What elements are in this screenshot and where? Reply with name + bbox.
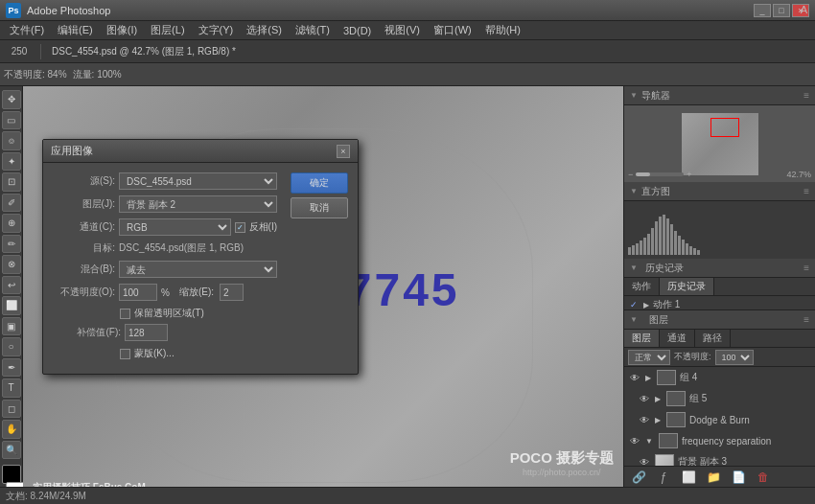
menu-image[interactable]: 图像(I) bbox=[101, 21, 143, 39]
menu-edit[interactable]: 编辑(E) bbox=[52, 21, 99, 39]
hand-tool[interactable]: ✋ bbox=[2, 420, 21, 439]
gradient-tool[interactable]: ▣ bbox=[2, 317, 21, 336]
visibility-icon[interactable]: 👁 bbox=[628, 371, 641, 384]
new-group-button[interactable]: 📁 bbox=[705, 469, 722, 486]
menu-layer[interactable]: 图层(L) bbox=[145, 21, 190, 39]
tab-channels[interactable]: 通道 bbox=[660, 330, 695, 347]
histogram-header[interactable]: ▼ 直方图 ≡ bbox=[624, 182, 815, 201]
visibility-icon[interactable]: 👁 bbox=[638, 392, 651, 405]
mask-checkbox[interactable] bbox=[120, 349, 130, 359]
shape-tool[interactable]: ◻ bbox=[2, 400, 21, 419]
canvas-area[interactable]: 977745 POCO 摄影专题 http://photo.poco.cn/ 实… bbox=[23, 86, 623, 504]
layer-dodge-burn[interactable]: 👁 ▶ Dodge & Burn bbox=[624, 409, 815, 430]
offset-input[interactable] bbox=[125, 324, 168, 341]
hist-bar bbox=[651, 228, 654, 255]
move-tool[interactable]: ✥ bbox=[2, 90, 21, 109]
flow-label: 流量: 100% bbox=[73, 68, 122, 81]
menu-3d[interactable]: 3D(D) bbox=[338, 23, 377, 38]
toolbar: 250 DSC_4554.psd @ 42.7% (图层 1, RGB/8) * bbox=[0, 40, 815, 63]
layer-name: 背景 副本 3 bbox=[678, 455, 811, 466]
tab-paths[interactable]: 路径 bbox=[695, 330, 731, 347]
eyedropper-tool[interactable]: ✐ bbox=[2, 194, 21, 213]
lasso-tool[interactable]: ⌾ bbox=[2, 131, 21, 150]
maximize-button[interactable]: □ bbox=[773, 4, 790, 17]
dodge-tool[interactable]: ○ bbox=[2, 337, 21, 356]
layer-bg-copy3[interactable]: 👁 背景 副本 3 bbox=[624, 451, 815, 466]
apply-image-dialog: 应用图像 × 源(S): DSC_4554.psd bbox=[42, 139, 359, 375]
layers-tabs-bar: 图层 通道 路径 bbox=[624, 330, 815, 348]
history-menu-icon[interactable]: ≡ bbox=[803, 263, 809, 273]
zoom-tool[interactable]: 🔍 bbox=[2, 441, 21, 460]
hist-menu-icon[interactable]: ≡ bbox=[803, 186, 809, 196]
history-brush-tool[interactable]: ↩ bbox=[2, 276, 21, 295]
opacity-unit: % bbox=[161, 287, 170, 298]
opacity-input[interactable] bbox=[119, 284, 157, 301]
dialog-title-bar[interactable]: 应用图像 × bbox=[43, 140, 358, 163]
add-style-button[interactable]: ƒ bbox=[655, 469, 672, 486]
offset-row: 补偿值(F): bbox=[53, 324, 277, 341]
invert-checkbox[interactable] bbox=[235, 222, 245, 233]
opacity-select[interactable]: 100% bbox=[715, 350, 754, 365]
spot-heal-tool[interactable]: ⊕ bbox=[2, 214, 21, 233]
histogram-title: 直方图 bbox=[641, 185, 670, 198]
menu-filter[interactable]: 滤镜(T) bbox=[290, 21, 336, 39]
magic-wand-tool[interactable]: ✦ bbox=[2, 152, 21, 172]
navigator-red-box[interactable] bbox=[710, 118, 739, 137]
marquee-tool[interactable]: ▭ bbox=[2, 111, 21, 130]
zoom-display: 250 bbox=[4, 44, 35, 58]
visibility-icon[interactable]: 👁 bbox=[628, 434, 641, 447]
ok-button[interactable]: 确定 bbox=[291, 172, 348, 194]
delete-layer-button[interactable]: 🗑 bbox=[755, 469, 772, 486]
layers-menu-icon[interactable]: ≡ bbox=[803, 314, 809, 325]
clone-stamp-tool[interactable]: ⊗ bbox=[2, 255, 21, 274]
tab-layers[interactable]: 图层 bbox=[624, 330, 660, 347]
nav-menu-icon[interactable]: ≡ bbox=[803, 90, 809, 101]
tab-actions[interactable]: 动作 bbox=[624, 278, 660, 295]
zoom-out-icon[interactable]: − bbox=[628, 170, 633, 179]
layers-header[interactable]: ▼ 图层 ≡ bbox=[624, 310, 815, 330]
hist-bar bbox=[697, 250, 700, 255]
menu-view[interactable]: 视图(V) bbox=[379, 21, 426, 39]
zoom-in-icon[interactable]: + bbox=[687, 170, 691, 179]
dialog-close-button[interactable]: × bbox=[337, 145, 350, 158]
mask-row: 蒙版(K)... bbox=[120, 347, 277, 360]
preserve-trans-checkbox[interactable] bbox=[120, 309, 130, 319]
layers-icons: ≡ bbox=[803, 314, 809, 325]
layer-freq-sep[interactable]: 👁 ▼ frequency separation bbox=[624, 430, 815, 451]
cancel-button[interactable]: 取消 bbox=[291, 197, 348, 218]
visibility-icon[interactable]: 👁 bbox=[638, 413, 651, 426]
menu-select[interactable]: 选择(S) bbox=[241, 21, 288, 39]
menu-help[interactable]: 帮助(H) bbox=[479, 21, 526, 39]
brush-tool[interactable]: ✏ bbox=[2, 235, 21, 254]
document-tab[interactable]: DSC_4554.psd @ 42.7% (图层 1, RGB/8) * bbox=[47, 43, 241, 60]
zoom-slider[interactable] bbox=[636, 172, 684, 176]
fg-color[interactable] bbox=[2, 465, 21, 484]
layer-group4[interactable]: 👁 ▶ 组 4 bbox=[624, 367, 815, 388]
opacity-label: 不透明度: bbox=[674, 351, 711, 363]
minimize-button[interactable]: _ bbox=[754, 4, 771, 17]
text-tool[interactable]: T bbox=[2, 378, 21, 398]
visibility-icon[interactable]: 👁 bbox=[638, 455, 651, 466]
pen-tool[interactable]: ✒ bbox=[2, 358, 21, 378]
navigator-header[interactable]: ▼ 导航器 ≡ bbox=[624, 86, 815, 105]
title-text: Adobe Photoshop bbox=[27, 5, 754, 16]
source-select[interactable]: DSC_4554.psd bbox=[119, 172, 277, 190]
blending-select[interactable]: 减去 bbox=[119, 261, 277, 278]
blend-mode-select[interactable]: 正常 bbox=[628, 350, 670, 365]
menu-window[interactable]: 窗口(W) bbox=[428, 21, 477, 39]
scale-input[interactable] bbox=[220, 284, 244, 301]
channel-select[interactable]: RGB bbox=[119, 218, 231, 236]
layer-group5[interactable]: 👁 ▶ 组 5 bbox=[624, 388, 815, 409]
layer-select[interactable]: 背景 副本 2 bbox=[119, 195, 277, 213]
eraser-tool[interactable]: ⬜ bbox=[2, 296, 21, 315]
new-layer-button[interactable]: 📄 bbox=[730, 469, 747, 486]
menu-file[interactable]: 文件(F) bbox=[4, 21, 50, 39]
link-layers-button[interactable]: 🔗 bbox=[630, 469, 647, 486]
tab-history[interactable]: 历史记录 bbox=[660, 278, 714, 295]
add-mask-button[interactable]: ⬜ bbox=[680, 469, 697, 486]
layer-thumbnail bbox=[657, 370, 676, 385]
menu-text[interactable]: 文字(Y) bbox=[193, 21, 240, 39]
hist-bar bbox=[666, 218, 669, 255]
crop-tool[interactable]: ⊡ bbox=[2, 172, 21, 192]
history-header[interactable]: ▼ 历史记录 ≡ bbox=[624, 259, 815, 278]
